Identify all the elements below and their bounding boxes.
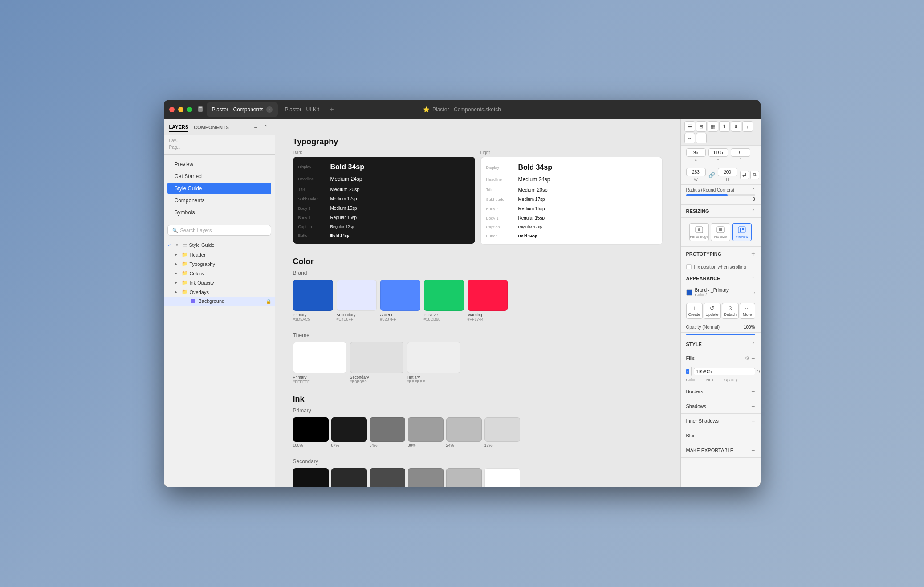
inner-shadows-plus[interactable]: + (751, 417, 755, 424)
list-icon[interactable]: ⊞ (696, 121, 707, 132)
theme-swatch-secondary: Secondary #E0E0E0 (350, 342, 403, 384)
tree-colors[interactable]: ▶ 📁 Colors (164, 269, 275, 278)
theme-swatches: Primary #FFFFFF Secondary #E0E0E0 Tertia… (293, 342, 663, 384)
borders-header[interactable]: Borders + (681, 384, 761, 399)
tree-style-guide[interactable]: ✓ ▼ ▭ Style Guide (164, 240, 275, 250)
type-row-headline-l: Headline Medium 24sp (481, 174, 662, 185)
shadows-header[interactable]: Shadows + (681, 399, 761, 413)
rotation-input[interactable] (731, 148, 750, 157)
svg-rect-2 (199, 109, 202, 109)
canvas-scroll[interactable]: Typography Dark Display Bold 34sp (275, 119, 680, 487)
ink-pct: 12% (484, 443, 493, 448)
distribute-h-icon[interactable]: ↕ (742, 121, 753, 132)
add-layer-button[interactable]: + (252, 124, 260, 131)
preview-option[interactable]: Preview (732, 223, 752, 241)
more-icon[interactable]: ⋯ (696, 133, 707, 143)
fill-color-preview[interactable] (691, 367, 692, 376)
tree-typography[interactable]: ▶ 📁 Typography (164, 259, 275, 269)
tab-close-button[interactable]: × (266, 106, 273, 113)
type-row-headline: Headline Medium 24sp (293, 174, 475, 184)
flip-v-icon[interactable]: ⇅ (750, 171, 759, 179)
type-style-value: Regular 12sp (518, 225, 542, 229)
close-button[interactable] (169, 107, 175, 112)
sidebar-tab-layers[interactable]: LAYERS (169, 122, 189, 132)
w-input[interactable] (686, 168, 706, 176)
fills-plus[interactable]: + (751, 355, 755, 362)
detach-label: Detach (724, 312, 737, 317)
exportable-header[interactable]: MAKE EXPORTABLE + (681, 443, 761, 457)
resizing-section-header[interactable]: RESIZING ⌃ (681, 205, 761, 218)
flip-h-icon[interactable]: ⇄ (740, 171, 749, 179)
nav-symbols[interactable]: Symbols (167, 207, 271, 218)
y-input[interactable] (708, 148, 728, 157)
folder-icon: 📁 (182, 261, 188, 267)
fix-scroll-checkbox[interactable] (686, 264, 692, 269)
tree-background[interactable]: Background 🔒 (164, 297, 275, 306)
fix-size-option[interactable]: Fix Size (711, 223, 730, 241)
swatch-hex: #1D5AC5 (293, 317, 310, 322)
appearance-style-row: Brand - _Primary Color / › (681, 285, 761, 300)
fill-enabled-checkbox[interactable]: ✓ (686, 369, 689, 374)
more-button[interactable]: ⋯ More (740, 303, 755, 319)
appearance-chevron: ⌃ (752, 276, 755, 281)
create-button[interactable]: + Create (686, 303, 703, 319)
tree-label: Ink Opacity (190, 280, 271, 285)
prototyping-plus[interactable]: + (751, 250, 755, 257)
fill-hex-input[interactable] (694, 368, 755, 375)
dark-type-col: Dark Display Bold 34sp Headline Medium 2… (293, 150, 475, 245)
h-input[interactable] (718, 168, 737, 176)
theme-primary-swatch (293, 342, 346, 373)
svg-point-5 (698, 228, 700, 231)
nav-style-guide[interactable]: Style Guide (167, 183, 271, 194)
inspector-icon[interactable]: ☰ (684, 121, 695, 132)
nav-preview[interactable]: Preview (167, 159, 271, 170)
appearance-section-header[interactable]: APPEARANCE ⌃ (681, 272, 761, 285)
minimize-button[interactable] (178, 107, 183, 112)
tree-header[interactable]: ▶ 📁 Header (164, 250, 275, 259)
exportable-plus[interactable]: + (751, 447, 755, 454)
fills-header[interactable]: Fills ⚙ + (681, 351, 761, 365)
ink-secondary-label: Secondary (293, 458, 663, 465)
align-right-icon[interactable]: ⬇ (731, 121, 741, 132)
tree-ink-opacity[interactable]: ▶ 📁 Ink Opacity (164, 278, 275, 287)
blur-plus[interactable]: + (751, 432, 755, 439)
opacity-bar[interactable] (686, 334, 755, 335)
align-left-icon[interactable]: ⬆ (719, 121, 730, 132)
w-label: W (694, 177, 698, 182)
type-row-caption: Caption Regular 12sp (293, 222, 475, 231)
collapse-button[interactable]: ⌃ (262, 124, 269, 131)
x-input[interactable] (686, 148, 706, 157)
radius-bar-wrap: 8 (686, 194, 755, 202)
fills-gear-icon[interactable]: ⚙ (745, 355, 749, 361)
type-style-value: Bold 34sp (518, 163, 552, 171)
search-box[interactable]: 🔍 Search Layers (167, 225, 271, 236)
sidebar-tab-components[interactable]: COMPONENTS (194, 123, 229, 132)
nav-components[interactable]: Components (167, 195, 271, 206)
tab-plaster-components[interactable]: Plaster - Components × (207, 102, 278, 117)
tab-label: Plaster - Components (212, 106, 264, 113)
opacity-fill (686, 334, 755, 335)
ink-100: 100% (293, 417, 329, 448)
inner-shadows-header[interactable]: Inner Shadows + (681, 414, 761, 428)
folder-icon: 📁 (182, 252, 188, 257)
shadows-plus[interactable]: + (751, 403, 755, 410)
grid-icon[interactable]: ▦ (708, 121, 718, 132)
update-button[interactable]: ↺ Update (704, 303, 721, 319)
blur-header[interactable]: Blur + (681, 428, 761, 443)
link-icon[interactable]: 🔗 (708, 168, 715, 182)
borders-plus[interactable]: + (751, 388, 755, 395)
maximize-button[interactable] (187, 107, 192, 112)
tab-plaster-ui-kit[interactable]: Plaster - UI Kit (280, 102, 325, 117)
tab-add-button[interactable]: + (326, 104, 337, 115)
nav-get-started[interactable]: Get Started (167, 171, 271, 182)
pin-to-edge-option[interactable]: Pin to Edge (689, 223, 709, 241)
distribute-v-icon[interactable]: ↔ (684, 133, 695, 143)
type-style-value: Medium 15sp (518, 206, 545, 211)
appearance-color-swatch (686, 289, 692, 296)
tree-overlays[interactable]: ▶ 📁 Overlays (164, 287, 275, 297)
prototyping-section-header[interactable]: PROTOTYPING + (681, 247, 761, 261)
detach-button[interactable]: ⊙ Detach (722, 303, 739, 319)
theme-label: Theme (293, 332, 663, 338)
type-row-display: Display Bold 34sp (293, 160, 475, 174)
style-section-header[interactable]: STYLE ⌃ (681, 338, 761, 351)
